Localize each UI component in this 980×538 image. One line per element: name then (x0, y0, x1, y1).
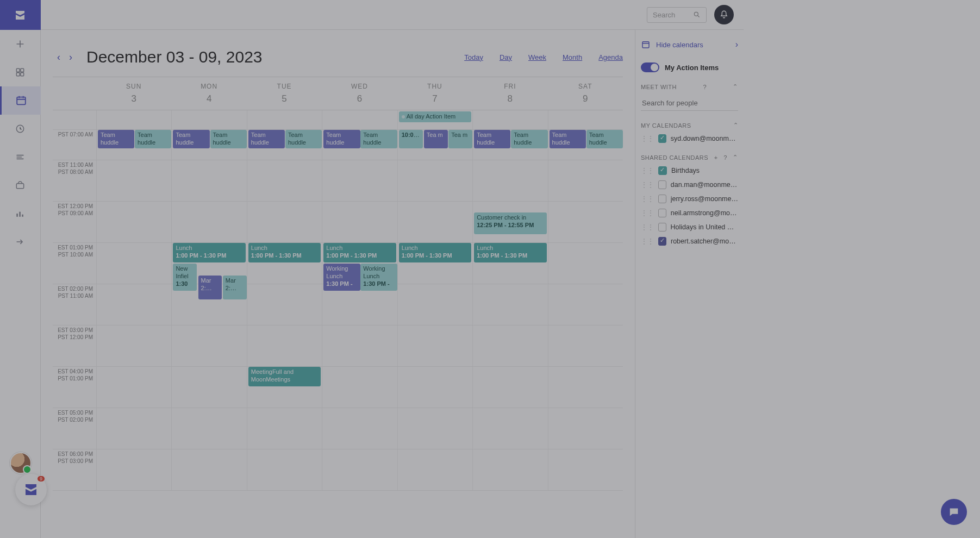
calendar-checkbox[interactable] (658, 195, 666, 203)
svg-rect-11 (642, 42, 649, 48)
event-team-huddle[interactable]: Team huddle (173, 130, 209, 148)
user-avatar[interactable] (10, 452, 32, 474)
nav-add-icon[interactable] (0, 30, 41, 58)
search-people-input[interactable] (641, 96, 738, 111)
event-team-huddle[interactable]: Team huddle (135, 130, 171, 148)
app-bubble[interactable]: 9 (15, 474, 47, 505)
event-team-huddle[interactable]: Team huddle (511, 130, 547, 148)
event-team-huddle[interactable]: Team huddle (285, 130, 322, 148)
event-team-huddle[interactable]: Team huddle (248, 130, 285, 148)
nav-wallet-icon[interactable] (0, 171, 41, 199)
event-allday-action-item[interactable]: All day Action Item (399, 111, 471, 122)
collapse-panel-button[interactable]: › (735, 40, 738, 49)
calendar-item[interactable]: ⋮⋮jerry.ross@moonmeeti… (641, 195, 738, 203)
event-team-huddle[interactable]: Team huddle (474, 130, 510, 148)
calendar-item-label: dan.man@moonmeeti… (671, 181, 738, 189)
view-today[interactable]: Today (464, 53, 483, 61)
action-items-toggle[interactable] (641, 62, 659, 72)
event-lunch[interactable]: Lunch1:00 PM - 1:30 PM (173, 243, 245, 262)
calendar-checkbox[interactable] (658, 209, 666, 217)
svg-rect-3 (21, 73, 24, 76)
chat-button[interactable] (941, 499, 967, 525)
nav-chart-icon[interactable] (0, 199, 41, 228)
chevron-up-icon[interactable]: ⌃ (733, 83, 738, 90)
day-head-sun: SUN3 (96, 83, 171, 104)
calendar-item[interactable]: ⋮⋮Birthdays (641, 166, 738, 175)
view-month[interactable]: Month (563, 53, 582, 61)
svg-rect-8 (19, 212, 21, 217)
event-team-huddle[interactable]: Team huddle (98, 130, 134, 148)
row-8am: EST 11:00 AMPST 08:00 AM (53, 160, 623, 202)
my-calendars-heading: MY CALENDARS (641, 122, 691, 129)
notifications-button[interactable] (714, 5, 734, 24)
drag-handle-icon[interactable]: ⋮⋮ (641, 167, 654, 174)
cell-thu-allday[interactable]: All day Action Item (397, 110, 472, 129)
action-items-label: My Action Items (665, 64, 719, 72)
day-head-wed: WED6 (322, 83, 397, 104)
nav-clock-icon[interactable] (0, 115, 41, 143)
calendar-item-label: syd.down@moonmeet… (671, 135, 738, 142)
day-head-mon: MON4 (171, 83, 246, 104)
calendar-item[interactable]: ⋮⋮syd.down@moonmeet… (641, 134, 738, 143)
calendar-checkbox[interactable] (658, 223, 666, 232)
event-team-huddle[interactable]: Team huddle (323, 130, 360, 148)
event-team-huddle[interactable]: Team huddle (586, 130, 623, 148)
day-head-fri: FRI8 (472, 83, 547, 104)
view-week[interactable]: Week (528, 53, 546, 61)
search-icon (693, 11, 701, 18)
hide-calendars-button[interactable]: Hide calendars (656, 41, 703, 49)
search-placeholder-text: Search (653, 11, 675, 19)
calendar-checkbox[interactable] (658, 166, 667, 175)
drag-handle-icon[interactable]: ⋮⋮ (641, 237, 654, 245)
calendar-checkbox[interactable] (658, 237, 666, 246)
row-9am: EST 12:00 PMPST 09:00 AM Customer check … (53, 202, 623, 243)
day-head-sat: SAT9 (548, 83, 623, 104)
view-day[interactable]: Day (500, 53, 512, 61)
logo[interactable] (0, 0, 41, 30)
calendar-item[interactable]: ⋮⋮Holidays in United Stat… (641, 223, 738, 232)
calendar-checkbox[interactable] (658, 134, 666, 143)
view-agenda[interactable]: Agenda (598, 53, 623, 61)
day-head-tue: TUE5 (247, 83, 322, 104)
calendar-checkbox[interactable] (658, 180, 666, 189)
next-week-button[interactable]: › (65, 48, 77, 66)
event-meetingfull[interactable]: MeetingFull and MoonMeetings (248, 367, 321, 386)
calendar-area: ‹ › December 03 - 09, 2023 Today Day Wee… (41, 30, 635, 538)
nav-arrow-icon[interactable] (0, 228, 41, 256)
event-team-huddle[interactable]: Team huddle (360, 130, 397, 148)
row-7am: PST 07:00 AM Team huddle Team huddle Tea… (53, 130, 623, 160)
calendar-item[interactable]: ⋮⋮robert.satcher@moon… (641, 237, 738, 246)
search-input[interactable]: Search (647, 7, 707, 23)
chevron-up-icon[interactable]: ⌃ (733, 122, 739, 129)
event-tea[interactable]: Tea m (448, 130, 472, 148)
drag-handle-icon[interactable]: ⋮⋮ (641, 135, 654, 142)
calendar-icon (641, 40, 651, 49)
date-range-title: December 03 - 09, 2023 (86, 48, 263, 66)
chevron-up-icon[interactable]: ⌃ (733, 154, 738, 161)
nav-apps-icon[interactable] (0, 58, 41, 86)
event-team-huddle[interactable]: Team huddle (550, 130, 586, 148)
event-lunch[interactable]: Lunch1:00 PM - 1:30 PM (399, 243, 471, 262)
row-1pm: EST 04:00 PMPST 01:00 PM MeetingFull and… (53, 367, 623, 408)
calendar-item-label: jerry.ross@moonmeeti… (671, 195, 738, 203)
add-calendar-button[interactable]: + (714, 154, 718, 161)
prev-week-button[interactable]: ‹ (53, 48, 65, 66)
drag-handle-icon[interactable]: ⋮⋮ (641, 223, 654, 231)
drag-handle-icon[interactable]: ⋮⋮ (641, 209, 654, 217)
nav-list-icon[interactable] (0, 143, 41, 171)
calendar-item[interactable]: ⋮⋮neil.armstrong@moon… (641, 209, 738, 217)
day-header-row: SUN3 MON4 TUE5 WED6 THU7 FRI8 SAT9 (53, 77, 623, 110)
nav-calendar-icon[interactable] (0, 86, 41, 115)
event-lunch[interactable]: Lunch1:00 PM - 1:30 PM (248, 243, 321, 262)
event-tea[interactable]: Tea m (424, 130, 448, 148)
event-ten[interactable]: 10:00… (399, 130, 423, 148)
event-team-huddle[interactable]: Team huddle (210, 130, 247, 148)
calendar-item[interactable]: ⋮⋮dan.man@moonmeeti… (641, 180, 738, 189)
badge-count: 9 (38, 476, 45, 481)
drag-handle-icon[interactable]: ⋮⋮ (641, 195, 654, 203)
row-10am: EST 01:00 PMPST 10:00 AM Lunch1:00 PM - … (53, 243, 623, 284)
event-customer-checkin[interactable]: Customer check in12:25 PM - 12:55 PM (474, 212, 546, 234)
drag-handle-icon[interactable]: ⋮⋮ (641, 181, 654, 189)
event-lunch[interactable]: Lunch1:00 PM - 1:30 PM (323, 243, 396, 262)
event-lunch[interactable]: Lunch1:00 PM - 1:30 PM (474, 243, 546, 262)
